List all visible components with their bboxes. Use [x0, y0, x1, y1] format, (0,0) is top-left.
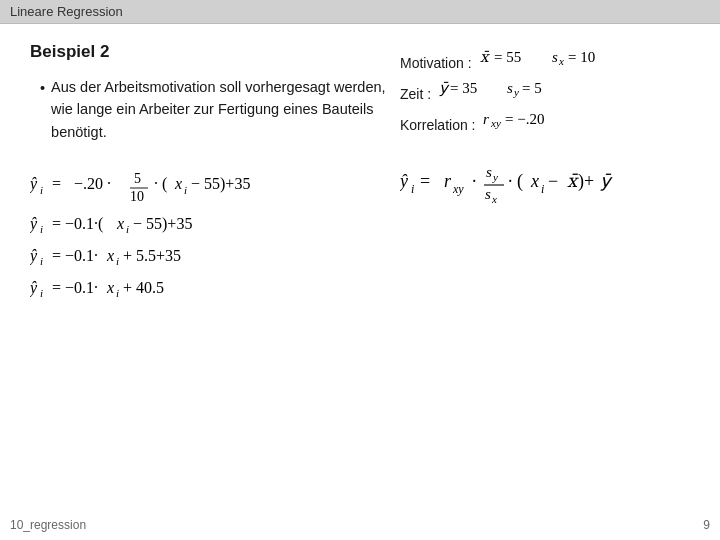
- svg-text:· (: · (: [508, 171, 523, 192]
- bullet-symbol: •: [40, 77, 45, 143]
- svg-text:= 5: = 5: [522, 80, 542, 96]
- svg-text:ŷ: ŷ: [30, 175, 38, 193]
- svg-text:i: i: [116, 255, 119, 267]
- svg-text:x: x: [558, 55, 564, 67]
- svg-text:− 55)+35: − 55)+35: [191, 175, 250, 193]
- svg-text:s: s: [507, 80, 513, 96]
- formula-4: ŷ i = −0.1· x i + 40.5: [30, 273, 270, 301]
- svg-text:−: −: [548, 171, 558, 191]
- zeit-label: Zeit :: [400, 86, 431, 102]
- svg-text:y: y: [492, 171, 498, 183]
- left-panel: Beispiel 2 • Aus der Arbeitsmotivation s…: [30, 42, 390, 305]
- svg-text:x: x: [116, 215, 124, 232]
- svg-text:= −0.1·: = −0.1·: [52, 247, 98, 264]
- svg-text:· (x: · (x: [154, 175, 167, 193]
- svg-text:i: i: [126, 223, 129, 235]
- svg-text:x̄: x̄: [480, 49, 490, 65]
- formula-3: ŷ i = −0.1· x i + 5.5+35: [30, 241, 310, 269]
- svg-text:ŷ: ŷ: [30, 247, 38, 265]
- svg-text:ŷ: ŷ: [30, 215, 38, 233]
- svg-text:x: x: [106, 279, 114, 296]
- title-label: Lineare Regression: [10, 4, 123, 19]
- svg-text:x: x: [491, 193, 497, 205]
- title-bar: Lineare Regression: [0, 0, 720, 24]
- svg-text:=: =: [420, 171, 430, 191]
- svg-text:r: r: [444, 171, 452, 191]
- formula-1: ŷ i = −.20 · 5 10 · (x x i − 55)+35: [30, 161, 340, 205]
- svg-text:5: 5: [134, 171, 141, 186]
- bullet-content: Aus der Arbeitsmotivation soll vorherges…: [51, 76, 390, 143]
- formula-2: ŷ i = −0.1·( x i − 55)+35: [30, 209, 310, 237]
- svg-text:r: r: [483, 111, 489, 127]
- svg-text:ŷ: ŷ: [30, 279, 38, 297]
- korrelation-row: Korrelation : r xy = −.20: [400, 108, 700, 133]
- regression-formula-svg: ŷ i = r xy · s y s x · ( x: [400, 151, 670, 211]
- svg-text:= 55: = 55: [494, 49, 521, 65]
- footer-left: 10_regression: [10, 518, 86, 532]
- svg-text:= −0.1·(: = −0.1·(: [52, 215, 103, 233]
- svg-text:= −.20: = −.20: [505, 111, 544, 127]
- korrelation-math: r xy = −.20: [483, 108, 613, 130]
- svg-text:= −0.1·: = −0.1·: [52, 279, 98, 296]
- svg-text:s: s: [486, 164, 492, 180]
- svg-text:i: i: [411, 182, 414, 196]
- zeit-row: Zeit : ȳ = 35 s y = 5: [400, 77, 700, 102]
- section-title: Beispiel 2: [30, 42, 390, 62]
- svg-text:=: =: [52, 175, 61, 192]
- svg-text:−.20 ·: −.20 ·: [74, 175, 111, 192]
- svg-text:)+: )+: [578, 171, 594, 192]
- svg-text:ȳ: ȳ: [439, 80, 450, 97]
- svg-text:x: x: [106, 247, 114, 264]
- svg-text:xy: xy: [490, 117, 501, 129]
- main-content: Beispiel 2 • Aus der Arbeitsmotivation s…: [0, 24, 720, 315]
- svg-text:+ 5.5+35: + 5.5+35: [123, 247, 181, 264]
- svg-text:y: y: [513, 86, 519, 98]
- motivation-label: Motivation :: [400, 55, 472, 71]
- svg-text:= 35: = 35: [450, 80, 477, 96]
- svg-text:i: i: [116, 287, 119, 299]
- svg-text:ȳ: ȳ: [600, 171, 613, 191]
- svg-text:ŷ: ŷ: [400, 171, 408, 191]
- svg-text:= 10: = 10: [568, 49, 595, 65]
- svg-text:i: i: [40, 287, 43, 299]
- svg-text:i: i: [184, 184, 187, 196]
- bullet-item: • Aus der Arbeitsmotivation soll vorherg…: [40, 76, 390, 143]
- korrelation-label: Korrelation :: [400, 117, 475, 133]
- svg-text:i: i: [541, 182, 544, 196]
- svg-text:i: i: [40, 223, 43, 235]
- zeit-math: ȳ = 35 s y = 5: [439, 77, 609, 99]
- svg-text:s: s: [552, 49, 558, 65]
- svg-text:xy: xy: [452, 182, 464, 196]
- svg-text:+ 40.5: + 40.5: [123, 279, 164, 296]
- footer-right: 9: [703, 518, 710, 532]
- svg-text:x: x: [174, 175, 182, 192]
- svg-text:·: ·: [472, 171, 477, 191]
- svg-text:− 55)+35: − 55)+35: [133, 215, 192, 233]
- svg-text:10: 10: [130, 189, 144, 204]
- formulas-area: ŷ i = −.20 · 5 10 · (x x i − 55)+35 ŷ i: [30, 161, 390, 301]
- right-info-block: Motivation : x̄ = 55 s x = 10 Zeit : ȳ =…: [400, 42, 700, 215]
- footer: 10_regression 9: [10, 518, 710, 532]
- motivation-math: x̄ = 55 s x = 10: [480, 46, 650, 68]
- right-panel: Motivation : x̄ = 55 s x = 10 Zeit : ȳ =…: [400, 42, 700, 305]
- svg-text:i: i: [40, 184, 43, 196]
- right-formula-block: ŷ i = r xy · s y s x · ( x: [400, 151, 700, 215]
- svg-text:x: x: [530, 171, 539, 191]
- svg-text:i: i: [40, 255, 43, 267]
- svg-text:s: s: [485, 186, 491, 202]
- motivation-row: Motivation : x̄ = 55 s x = 10: [400, 46, 700, 71]
